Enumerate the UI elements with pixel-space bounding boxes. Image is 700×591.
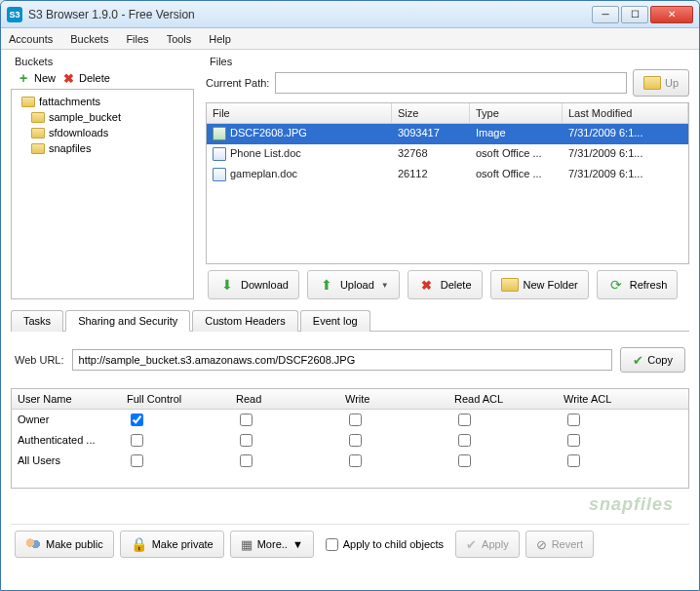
perm-user: Owner [12, 410, 121, 430]
weburl-label: Web URL: [15, 354, 64, 366]
menu-tools[interactable]: Tools [167, 33, 192, 45]
minimize-button[interactable]: ─ [592, 6, 619, 23]
perm-checkbox[interactable] [240, 434, 253, 447]
refresh-button[interactable]: ⟳ Refresh [597, 270, 679, 299]
tab-tasks[interactable]: Tasks [11, 310, 63, 332]
menu-buckets[interactable]: Buckets [70, 33, 108, 45]
perm-checkbox[interactable] [131, 434, 143, 447]
make-private-label: Make private [152, 538, 214, 550]
file-size: 32768 [392, 144, 470, 164]
new-folder-button[interactable]: New Folder [490, 270, 589, 299]
app-window: S3 S3 Browser 1.9.0 - Free Version ─ ☐ ✕… [0, 0, 700, 591]
download-button[interactable]: ⬇ Download [208, 270, 299, 299]
bucket-item[interactable]: snapfiles [14, 140, 191, 156]
perm-checkbox[interactable] [458, 454, 471, 467]
apply-child-checkbox[interactable]: Apply to child objects [320, 538, 449, 551]
file-row[interactable]: gameplan.doc26112osoft Office ...7/31/20… [207, 165, 688, 185]
folder-icon [21, 97, 35, 107]
weburl-input[interactable] [72, 349, 613, 371]
bucket-item[interactable]: sample_bucket [14, 109, 191, 125]
files-header: Files [206, 56, 689, 67]
perm-col-racl[interactable]: Read ACL [448, 389, 558, 409]
folder-up-icon [643, 76, 661, 90]
perm-checkbox[interactable] [240, 414, 253, 426]
up-label: Up [665, 77, 679, 89]
close-button[interactable]: ✕ [650, 6, 693, 23]
bucket-label: sfdownloads [49, 127, 108, 138]
menu-help[interactable]: Help [209, 33, 231, 45]
file-name: Phone List.doc [230, 147, 301, 159]
more-button[interactable]: ▦ More.. ▼ [230, 531, 314, 558]
perm-col-wacl[interactable]: Write ACL [558, 389, 667, 409]
apply-child-label: Apply to child objects [343, 538, 444, 550]
make-private-button[interactable]: 🔒 Make private [120, 531, 224, 558]
menu-files[interactable]: Files [126, 33, 148, 45]
apply-button[interactable]: ✔ Apply [455, 531, 520, 558]
perm-col-user[interactable]: User Name [12, 389, 121, 409]
permissions-table: User Name Full Control Read Write Read A… [11, 388, 689, 489]
file-name: DSCF2608.JPG [230, 127, 307, 138]
tab-event-log[interactable]: Event log [300, 310, 370, 332]
perm-checkbox[interactable] [458, 414, 471, 426]
perm-row: All Users [12, 451, 688, 471]
copy-button[interactable]: ✔ Copy [620, 347, 685, 373]
file-icon [213, 147, 226, 161]
perm-checkbox[interactable] [349, 434, 362, 447]
download-icon: ⬇ [218, 276, 236, 294]
apply-child-input[interactable] [326, 538, 338, 551]
revert-icon: ⊘ [536, 537, 547, 552]
file-lm: 7/31/2009 6:1... [563, 165, 688, 184]
path-input[interactable] [275, 72, 627, 94]
file-row[interactable]: DSCF2608.JPG3093417Image7/31/2009 6:1... [207, 124, 688, 144]
delete-file-button[interactable]: ✖ Delete [408, 270, 483, 299]
perm-checkbox[interactable] [567, 414, 580, 426]
buckets-tree: fattachments sample_bucket sfdownloads s… [11, 89, 194, 299]
make-public-label: Make public [46, 538, 103, 550]
delete-bucket-button[interactable]: ✖ Delete [61, 71, 110, 85]
perm-col-read[interactable]: Read [230, 389, 339, 409]
file-row[interactable]: Phone List.doc32768osoft Office ...7/31/… [207, 144, 688, 165]
perm-col-full[interactable]: Full Control [121, 389, 230, 409]
bucket-label: snapfiles [49, 142, 91, 154]
col-size[interactable]: Size [392, 103, 470, 123]
folder-icon [31, 128, 45, 138]
upload-button[interactable]: ⬆ Upload ▼ [307, 270, 400, 299]
bucket-label: sample_bucket [49, 111, 121, 123]
col-file[interactable]: File [207, 103, 392, 123]
new-folder-label: New Folder [524, 279, 578, 291]
delete-icon: ✖ [61, 71, 75, 85]
perm-checkbox[interactable] [131, 454, 143, 467]
upload-icon: ⬆ [318, 276, 335, 294]
perm-checkbox[interactable] [349, 414, 362, 426]
file-type: Image [470, 124, 563, 143]
bucket-item[interactable]: fattachments [14, 94, 191, 109]
tab-custom-headers[interactable]: Custom Headers [192, 310, 298, 332]
perm-checkbox[interactable] [240, 454, 253, 467]
revert-button[interactable]: ⊘ Revert [525, 531, 594, 558]
col-lm[interactable]: Last Modified [563, 103, 688, 123]
menu-accounts[interactable]: Accounts [9, 33, 53, 45]
perm-user: All Users [12, 451, 121, 471]
tab-sharing[interactable]: Sharing and Security [65, 310, 190, 332]
buckets-header: Buckets [11, 56, 194, 67]
bucket-item[interactable]: sfdownloads [14, 125, 191, 140]
perm-checkbox[interactable] [131, 414, 143, 426]
perm-checkbox[interactable] [567, 434, 580, 447]
col-type[interactable]: Type [470, 103, 563, 123]
perm-col-write[interactable]: Write [339, 389, 448, 409]
folder-icon [31, 112, 45, 123]
new-bucket-label: New [34, 72, 56, 84]
file-size: 3093417 [392, 124, 470, 143]
perm-checkbox[interactable] [567, 454, 580, 467]
file-lm: 7/31/2009 6:1... [563, 144, 688, 164]
file-type: osoft Office ... [470, 144, 563, 164]
maximize-button[interactable]: ☐ [621, 6, 648, 23]
check-icon: ✔ [466, 537, 477, 552]
perm-checkbox[interactable] [349, 454, 362, 467]
up-button[interactable]: Up [633, 69, 689, 97]
check-icon: ✔ [633, 353, 643, 368]
perm-checkbox[interactable] [458, 434, 471, 447]
new-bucket-button[interactable]: + New [17, 71, 56, 85]
make-public-button[interactable]: Make public [15, 531, 114, 558]
perm-row: Owner [12, 410, 688, 430]
